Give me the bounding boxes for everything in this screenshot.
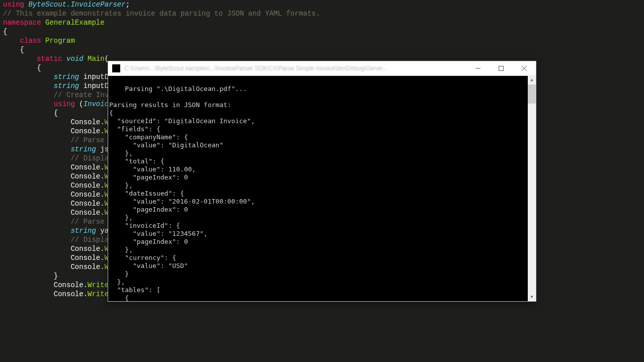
console-output-text: Parsing ".\DigitalOcean.pdf"... Parsing … xyxy=(109,85,255,301)
console-app-icon xyxy=(112,64,120,72)
console-title-text: C:\Users\...\ByteScout samples\...\Invoi… xyxy=(124,64,466,73)
scroll-down-arrow[interactable]: ▼ xyxy=(528,293,536,301)
console-vertical-scrollbar[interactable]: ▲ ▼ xyxy=(528,76,536,301)
minimize-button[interactable] xyxy=(466,61,490,75)
code-line: class Program xyxy=(3,36,320,45)
console-titlebar[interactable]: C:\Users\...\ByteScout samples\...\Invoi… xyxy=(108,61,536,76)
scroll-up-arrow[interactable]: ▲ xyxy=(528,76,536,84)
svg-rect-0 xyxy=(499,66,504,71)
scroll-thumb[interactable] xyxy=(528,84,536,104)
code-line: using ByteScout.InvoiceParser; xyxy=(3,0,320,9)
close-button[interactable] xyxy=(513,61,536,75)
code-line: // This example demonstrates invoice dat… xyxy=(3,9,320,18)
console-output[interactable]: Parsing ".\DigitalOcean.pdf"... Parsing … xyxy=(108,76,536,301)
code-line: { xyxy=(3,45,320,54)
maximize-button[interactable] xyxy=(490,61,513,75)
console-window: C:\Users\...\ByteScout samples\...\Invoi… xyxy=(108,61,536,302)
code-line: namespace GeneralExample xyxy=(3,18,320,27)
code-line: { xyxy=(3,27,320,36)
